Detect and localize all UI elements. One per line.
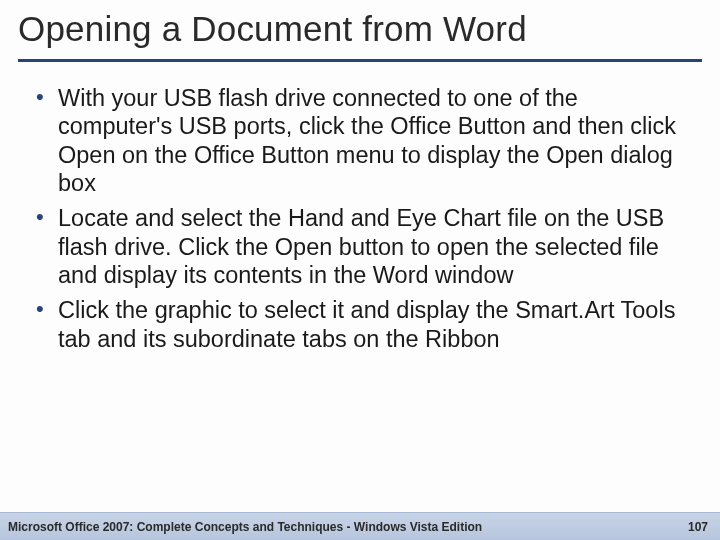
title-area: Opening a Document from Word	[0, 0, 720, 62]
slide-title: Opening a Document from Word	[18, 10, 702, 57]
footer-bar: Microsoft Office 2007: Complete Concepts…	[0, 512, 720, 540]
bullet-item: Click the graphic to select it and displ…	[28, 296, 692, 353]
slide: Opening a Document from Word With your U…	[0, 0, 720, 540]
footer-text: Microsoft Office 2007: Complete Concepts…	[8, 520, 482, 534]
bullet-list: With your USB flash drive connected to o…	[28, 84, 692, 354]
content-area: With your USB flash drive connected to o…	[0, 62, 720, 541]
bullet-item: With your USB flash drive connected to o…	[28, 84, 692, 199]
page-number: 107	[688, 520, 708, 534]
bullet-item: Locate and select the Hand and Eye Chart…	[28, 204, 692, 290]
